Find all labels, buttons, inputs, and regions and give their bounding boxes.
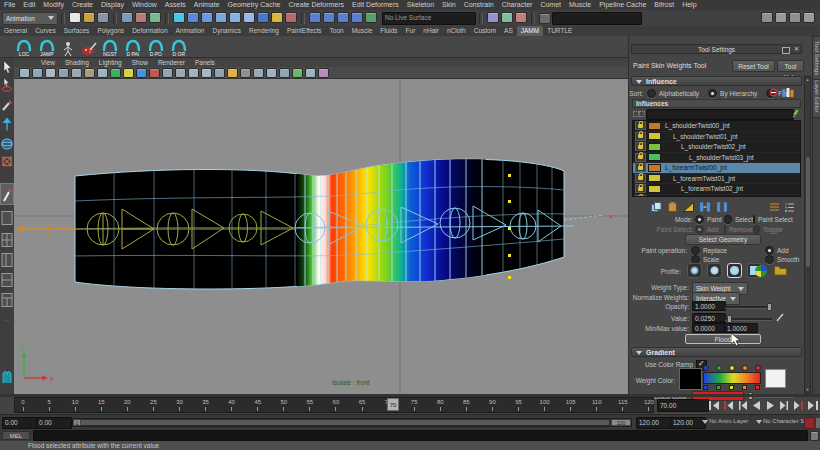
timeline-tick[interactable]: 115: [613, 399, 633, 411]
influence-filter-input[interactable]: [646, 109, 794, 120]
shelf-tab[interactable]: Toon: [326, 26, 348, 36]
input-connections-icon[interactable]: [487, 12, 499, 23]
influence-color-swatch[interactable]: [648, 153, 661, 161]
shelf-tab[interactable]: Surfaces: [60, 26, 94, 36]
step-forward-key-button[interactable]: [792, 399, 805, 412]
shelf-tab[interactable]: Curves: [31, 26, 60, 36]
shelf-script-button[interactable]: LOC: [14, 37, 34, 57]
tool-help-button[interactable]: Tool Help: [777, 60, 804, 72]
opacity-slider[interactable]: [725, 306, 772, 309]
rotate-tool-icon[interactable]: [1, 137, 13, 151]
play-backwards-button[interactable]: [750, 399, 763, 412]
influence-row[interactable]: L_shoulderTwist01_jnt: [633, 132, 800, 143]
animation-preferences-icon[interactable]: [815, 417, 820, 429]
menu-item[interactable]: Window: [128, 0, 161, 10]
gradient-section-header[interactable]: Gradient: [631, 347, 802, 357]
lock-icon[interactable]: [635, 184, 646, 193]
layout-single-pane-icon[interactable]: [1, 210, 13, 226]
influence-row[interactable]: L_shoulderTwist03_jnt: [633, 153, 800, 164]
select-tool-icon[interactable]: [1, 60, 13, 74]
shelf-tab[interactable]: General: [0, 26, 31, 36]
shelf-tab[interactable]: Polygons: [93, 26, 128, 36]
shelf-tab[interactable]: AS: [500, 26, 517, 36]
shelf-script-button[interactable]: D PAI: [123, 37, 143, 57]
paint-select-radio[interactable]: Toggle: [753, 225, 782, 234]
shelf-skeleton-button[interactable]: [58, 37, 78, 57]
menu-item[interactable]: Comet: [536, 0, 565, 10]
make-live-icon[interactable]: [365, 12, 377, 23]
lights-icon[interactable]: [136, 68, 147, 78]
open-scene-icon[interactable]: [83, 12, 95, 23]
grease-pencil-icon[interactable]: [84, 68, 95, 78]
shelf-tab[interactable]: Fur: [402, 26, 420, 36]
shelf-tab[interactable]: PaintEffects: [283, 26, 326, 36]
status-search-field[interactable]: [552, 12, 642, 25]
panel-menu-item[interactable]: Panels: [190, 59, 220, 66]
shelf-tab[interactable]: Dynamics: [208, 26, 245, 36]
menu-item[interactable]: Geometry Cache: [224, 0, 285, 10]
new-scene-icon[interactable]: [69, 12, 81, 23]
two-d-pan-zoom-icon[interactable]: [71, 68, 82, 78]
influence-color-swatch[interactable]: [648, 185, 661, 193]
toggle-column-display-icon[interactable]: [782, 88, 794, 97]
script-editor-icon[interactable]: [810, 431, 819, 441]
ramp-stop-handle[interactable]: [716, 365, 722, 371]
shelf-script-button[interactable]: D OR: [169, 37, 189, 57]
folder-icon[interactable]: [774, 265, 787, 276]
panel-menu-item[interactable]: Lighting: [94, 59, 127, 66]
select-geometry-button[interactable]: Select Geometry: [685, 234, 761, 245]
shadows-icon[interactable]: [149, 68, 160, 78]
influence-section-header[interactable]: Influence: [631, 76, 802, 86]
anim-layer-label[interactable]: No Anim Layer: [709, 418, 748, 424]
influence-color-swatch[interactable]: [648, 132, 661, 140]
show-manipulator-icon[interactable]: [761, 12, 773, 23]
select-hierarchy-icon[interactable]: [121, 12, 133, 23]
medium-brush-profile-icon[interactable]: [707, 263, 722, 278]
min-value-field[interactable]: 0.0000: [692, 323, 726, 333]
menu-item[interactable]: Help: [678, 0, 700, 10]
timeline-tick[interactable]: 0: [13, 399, 33, 411]
gate-mask-icon[interactable]: [240, 68, 251, 78]
play-forwards-button[interactable]: [764, 399, 777, 412]
paint-operation-radio[interactable]: Replace: [691, 246, 765, 255]
hard-brush-profile-icon[interactable]: [727, 263, 742, 278]
sort-influence-list-icon[interactable]: [784, 202, 795, 212]
ramp-stop-marker[interactable]: [755, 385, 760, 390]
current-time-field[interactable]: 70.00: [657, 399, 709, 412]
weight-color-ramp[interactable]: [703, 372, 761, 384]
camera-select-icon[interactable]: [19, 68, 30, 78]
select-component-icon[interactable]: [149, 12, 161, 23]
value-field[interactable]: 0.0250: [692, 313, 726, 323]
output-connections-icon[interactable]: [501, 12, 513, 23]
multisample-icon[interactable]: [188, 68, 199, 78]
influence-row[interactable]: L_forearmTwist01_jnt: [633, 174, 800, 185]
timeline-tick[interactable]: 15: [91, 399, 111, 411]
paste-vertex-weights-icon[interactable]: [667, 202, 678, 212]
influence-row[interactable]: L_forearmTwist00_jnt: [633, 163, 800, 174]
timeline-tick[interactable]: 110: [587, 399, 607, 411]
close-icon[interactable]: ✕: [794, 45, 799, 52]
menu-item[interactable]: Animate: [190, 0, 224, 10]
resolution-gate-icon[interactable]: [227, 68, 238, 78]
shelf-paint-button[interactable]: [79, 37, 99, 57]
timeline-tick[interactable]: 40: [222, 399, 242, 411]
image-plane-icon[interactable]: [58, 68, 69, 78]
soft-brush-profile-icon[interactable]: [687, 263, 702, 278]
ramp-stop-marker[interactable]: [716, 385, 721, 390]
menu-item[interactable]: Create: [68, 0, 97, 10]
timeline-tick[interactable]: 95: [509, 399, 529, 411]
current-tool-button[interactable]: [0, 183, 14, 205]
timeline-tick[interactable]: 80: [430, 399, 450, 411]
sort-radio[interactable]: Alphabetically: [647, 89, 699, 98]
timeline-tick[interactable]: 55: [300, 399, 320, 411]
menu-item[interactable]: Skin: [438, 0, 460, 10]
go-to-end-button[interactable]: [806, 399, 819, 412]
timeline-tick[interactable]: 85: [456, 399, 476, 411]
scrollbar-thumb[interactable]: [806, 157, 810, 267]
film-gate-icon[interactable]: [214, 68, 225, 78]
ramp-stop-marker[interactable]: [703, 385, 708, 390]
influence-color-swatch[interactable]: [648, 164, 661, 172]
lock-icon[interactable]: [635, 195, 646, 197]
snap-to-grid-icon[interactable]: [309, 12, 321, 23]
fog-icon[interactable]: [201, 68, 212, 78]
